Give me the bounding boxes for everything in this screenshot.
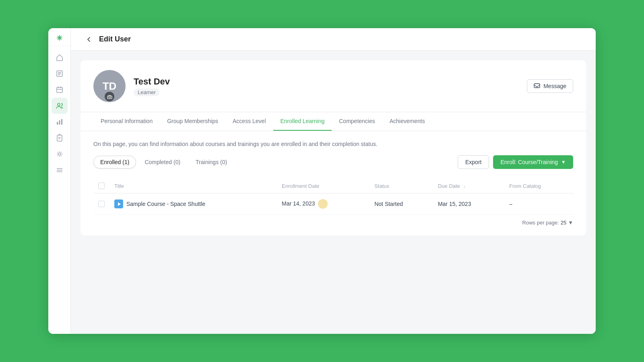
- svg-point-19: [109, 96, 111, 98]
- table-header-due-date: Due Date ↓: [433, 179, 504, 193]
- user-info: Test Dev Learner: [134, 76, 573, 96]
- export-button[interactable]: Export: [458, 155, 489, 169]
- select-all-checkbox[interactable]: [98, 183, 105, 189]
- cursor-highlight: [318, 199, 328, 209]
- content-area: TD Test Dev Learner Message: [71, 51, 596, 334]
- back-button[interactable]: [84, 34, 94, 45]
- course-type-icon: [114, 200, 123, 208]
- row-checkbox-cell: [93, 193, 109, 215]
- rows-per-page-chevron-icon[interactable]: ▼: [568, 220, 573, 226]
- enrolled-actions: Enrolled (1) Completed (0) Trainings (0): [93, 155, 573, 169]
- table-row: Sample Course - Space Shuttle Mar 14, 20…: [93, 193, 573, 215]
- tab-competencies[interactable]: Competencies: [332, 112, 382, 131]
- tab-personal-information[interactable]: Personal Information: [93, 112, 160, 131]
- row-status-cell: Not Started: [369, 193, 433, 215]
- enrolled-section: On this page, you can find information a…: [80, 131, 586, 235]
- rows-per-page-control: Rows per page: 25 ▼: [93, 215, 573, 226]
- tab-enrolled-learning[interactable]: Enrolled Learning: [273, 112, 332, 131]
- message-button[interactable]: Message: [527, 79, 573, 93]
- tabs-bar: Personal Information Group Memberships A…: [80, 112, 586, 131]
- action-buttons: Export Enroll: Course/Training ▼: [458, 155, 573, 169]
- svg-point-15: [58, 153, 61, 155]
- message-button-label: Message: [543, 83, 566, 89]
- row-from-catalog-cell: –: [504, 193, 573, 215]
- top-bar: Edit User: [71, 28, 596, 51]
- row-due-date-cell: Mar 15, 2023: [433, 193, 504, 215]
- page-title: Edit User: [99, 35, 131, 43]
- svg-rect-12: [57, 135, 62, 141]
- svg-marker-21: [118, 202, 121, 206]
- tab-achievements[interactable]: Achievements: [382, 112, 432, 131]
- svg-rect-9: [57, 122, 58, 125]
- filter-tab-enrolled[interactable]: Enrolled (1): [93, 156, 136, 169]
- svg-rect-10: [59, 120, 60, 125]
- sidebar-item-automation[interactable]: [52, 146, 68, 162]
- main-content: Edit User TD Test Dev: [71, 28, 596, 334]
- sidebar-item-reports[interactable]: [52, 114, 68, 130]
- user-role-badge: Learner: [134, 88, 160, 96]
- svg-rect-11: [61, 119, 62, 125]
- tab-access-level[interactable]: Access Level: [225, 112, 273, 131]
- enroll-button[interactable]: Enroll: Course/Training ▼: [493, 155, 573, 169]
- sidebar-item-home[interactable]: [52, 49, 68, 66]
- course-title: Sample Course - Space Shuttle: [114, 200, 272, 208]
- profile-card: TD Test Dev Learner Message: [80, 60, 586, 235]
- row-checkbox[interactable]: [98, 201, 105, 207]
- table-header-status: Status: [369, 179, 433, 193]
- filter-tab-trainings[interactable]: Trainings (0): [189, 156, 234, 169]
- sidebar-item-clipboard[interactable]: [52, 130, 68, 146]
- filter-tab-completed[interactable]: Completed (0): [138, 156, 187, 169]
- sidebar-logo-area: ✳: [48, 28, 70, 46]
- svg-rect-4: [57, 87, 62, 93]
- tab-group-memberships[interactable]: Group Memberships: [160, 112, 225, 131]
- rows-per-page-label: Rows per page:: [522, 220, 559, 226]
- courses-table: Title Enrollment Date Status: [93, 179, 573, 215]
- profile-header: TD Test Dev Learner Message: [80, 60, 586, 112]
- avatar-container: TD: [93, 70, 126, 102]
- svg-point-8: [58, 103, 60, 106]
- enroll-chevron-icon: ▼: [561, 159, 566, 165]
- sidebar-item-users[interactable]: [52, 98, 68, 114]
- row-title-cell: Sample Course - Space Shuttle: [109, 193, 277, 215]
- enrolled-description: On this page, you can find information a…: [93, 141, 573, 147]
- table-header-from-catalog: From Catalog: [504, 179, 573, 193]
- sidebar-item-courses[interactable]: [52, 66, 68, 82]
- sidebar: ✳: [48, 28, 71, 334]
- asterisk-icon: ✳: [56, 34, 62, 43]
- table-header-title: Title: [109, 179, 277, 193]
- user-name: Test Dev: [134, 76, 573, 87]
- filter-tabs: Enrolled (1) Completed (0) Trainings (0): [93, 156, 234, 169]
- sidebar-item-settings[interactable]: [52, 162, 68, 178]
- row-enrollment-date-cell: Mar 14, 2023: [277, 193, 369, 215]
- avatar-camera-button[interactable]: [105, 92, 114, 101]
- sidebar-item-calendar[interactable]: [52, 82, 68, 98]
- table-header-enrollment-date: Enrollment Date: [277, 179, 369, 193]
- table-header-checkbox: [93, 179, 109, 193]
- rows-per-page-value: 25: [561, 220, 566, 226]
- sort-due-date-icon[interactable]: ↓: [463, 184, 465, 189]
